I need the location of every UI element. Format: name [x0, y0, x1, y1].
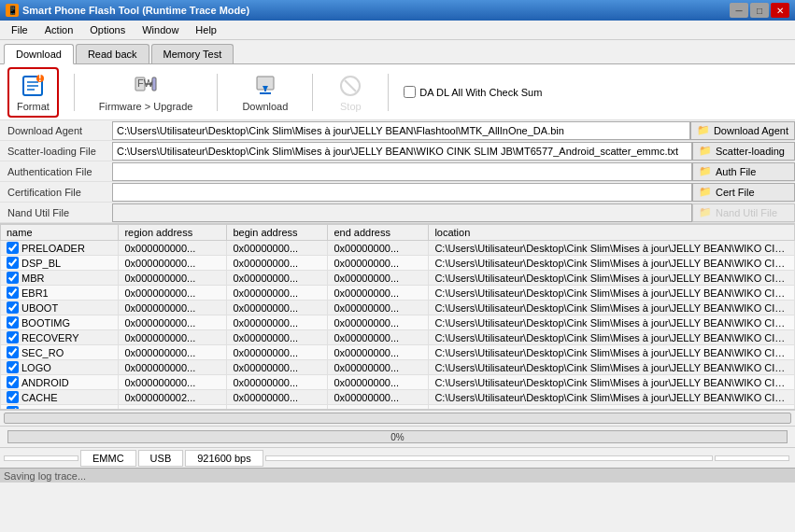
progress-area: 0%	[0, 426, 795, 447]
cell-region: 0x000000000...	[119, 271, 227, 286]
cell-name: DSP_BL	[1, 256, 119, 271]
download-agent-btn-label: Download Agent	[714, 125, 788, 136]
cell-begin: 0x00000000...	[227, 256, 328, 271]
close-button[interactable]: ✕	[771, 3, 789, 18]
status-usb: USB	[138, 450, 184, 467]
cell-end: 0x00000000...	[328, 241, 429, 256]
row-checkbox[interactable]	[7, 242, 19, 254]
tab-bar: Download Read back Memory Test	[0, 40, 795, 64]
cert-file-row: Certification File 📁 Cert File	[0, 182, 795, 203]
title-bar-left: 📱 Smart Phone Flash Tool (Runtime Trace …	[6, 4, 249, 17]
table-row: RECOVERY 0x000000000... 0x00000000... 0x…	[1, 330, 795, 345]
col-begin: begin address	[227, 225, 328, 241]
cell-location: C:\Users\Utilisateur\Desktop\Cink Slim\M…	[429, 315, 795, 330]
cell-name: UBOOT	[1, 301, 119, 315]
svg-rect-10	[152, 77, 156, 91]
menu-action[interactable]: Action	[37, 22, 81, 37]
maximize-button[interactable]: □	[750, 3, 769, 18]
row-checkbox[interactable]	[7, 391, 19, 403]
row-checkbox[interactable]	[7, 316, 19, 329]
cell-region: 0x000000000...	[119, 375, 227, 390]
cell-location: C:\Users\Utilisateur\Desktop\Cink Slim\M…	[429, 271, 795, 286]
cell-end: 0x00000000...	[328, 360, 429, 375]
cert-file-label: Certification File	[0, 185, 112, 200]
row-checkbox[interactable]	[7, 361, 19, 373]
folder-icon4: 📁	[699, 186, 712, 198]
cell-region: 0x000000000...	[119, 345, 227, 360]
cell-end: 0x00000000...	[328, 256, 429, 271]
horizontal-scrollbar[interactable]	[4, 413, 791, 424]
scatter-loading-btn[interactable]: 📁 Scatter-loading	[692, 142, 795, 161]
menu-options[interactable]: Options	[82, 22, 133, 37]
status-empty2	[265, 455, 713, 461]
menu-help[interactable]: Help	[188, 22, 224, 37]
tab-download[interactable]: Download	[4, 44, 74, 64]
cell-name: EBR1	[1, 286, 119, 301]
auth-file-btn[interactable]: 📁 Auth File	[692, 162, 795, 181]
auth-file-row: Authentication File 📁 Auth File	[0, 161, 795, 182]
row-checkbox[interactable]	[7, 376, 19, 388]
col-region: region address	[119, 225, 227, 241]
sep3	[312, 74, 313, 111]
format-label: Format	[17, 101, 50, 112]
window-controls: ─ □ ✕	[730, 3, 789, 18]
format-button[interactable]: ! Format	[7, 67, 59, 118]
cell-region: 0x000000000...	[119, 286, 227, 301]
menu-window[interactable]: Window	[135, 22, 186, 37]
stop-button[interactable]: Stop	[328, 67, 373, 118]
tab-memory-test[interactable]: Memory Test	[151, 44, 234, 63]
row-checkbox[interactable]	[7, 272, 19, 284]
col-end: end address	[328, 225, 429, 241]
da-dl-checkbox[interactable]	[404, 86, 416, 98]
status-bps: 921600 bps	[185, 450, 263, 467]
cell-region: 0x000000000...	[119, 330, 227, 345]
download-icon	[252, 73, 278, 99]
nand-util-btn[interactable]: 📁 Nand Util File	[692, 203, 795, 222]
row-checkbox[interactable]	[7, 257, 19, 269]
cert-file-input[interactable]	[112, 183, 692, 202]
cell-region: 0x000000000...	[119, 256, 227, 271]
row-checkbox[interactable]	[7, 287, 19, 299]
auth-file-input[interactable]	[112, 162, 692, 181]
cell-region: 0x000000000...	[119, 301, 227, 315]
nand-util-input[interactable]	[112, 203, 692, 222]
row-checkbox[interactable]	[7, 346, 19, 358]
cell-location: C:\Users\Utilisateur\Desktop\Cink Slim\M…	[429, 345, 795, 360]
format-icon: !	[20, 73, 46, 99]
cell-region: 0x000000000...	[119, 360, 227, 375]
cell-name: MBR	[1, 271, 119, 286]
folder-icon2: 📁	[699, 145, 712, 157]
cert-file-btn-label: Cert File	[716, 187, 755, 198]
cell-location: C:\Users\Utilisateur\Desktop\Cink Slim\M…	[429, 390, 795, 405]
minimize-button[interactable]: ─	[730, 3, 748, 18]
folder-icon5: 📁	[699, 206, 712, 218]
cell-name: BOOTIMG	[1, 315, 119, 330]
sep2	[217, 74, 218, 111]
tab-readback[interactable]: Read back	[76, 44, 149, 63]
toolbar: ! Format FW Firmware > Upgrade	[0, 64, 795, 120]
cell-region: 0x000000000...	[119, 315, 227, 330]
menu-file[interactable]: File	[4, 22, 35, 37]
sep1	[74, 74, 75, 111]
download-button[interactable]: Download	[233, 67, 297, 118]
stop-label: Stop	[340, 101, 362, 112]
cell-end: 0x00000000...	[328, 345, 429, 360]
scatter-loading-input[interactable]	[112, 142, 692, 161]
cell-region: 0x000000000...	[119, 241, 227, 256]
cert-file-btn[interactable]: 📁 Cert File	[692, 183, 795, 202]
da-dl-checkbox-label[interactable]: DA DL All With Check Sum	[404, 86, 542, 98]
da-dl-label: DA DL All With Check Sum	[419, 87, 542, 98]
download-agent-btn[interactable]: 📁 Download Agent	[690, 121, 795, 140]
row-checkbox[interactable]	[7, 331, 19, 343]
table-row: CACHE 0x000000002... 0x00000000... 0x000…	[1, 390, 795, 405]
cell-begin: 0x00000000...	[227, 345, 328, 360]
firmware-upgrade-button[interactable]: FW Firmware > Upgrade	[90, 67, 203, 118]
cell-name: ANDROID	[1, 375, 119, 390]
row-checkbox[interactable]	[7, 301, 19, 314]
table-row: PRELOADER 0x000000000... 0x00000000... 0…	[1, 241, 795, 256]
cell-begin: 0x00000000...	[227, 271, 328, 286]
file-rows: Download Agent 📁 Download Agent Scatter-…	[0, 120, 795, 223]
table-row: DSP_BL 0x000000000... 0x00000000... 0x00…	[1, 256, 795, 271]
download-agent-input[interactable]	[112, 121, 690, 140]
firmware-upgrade-icon: FW	[133, 73, 159, 99]
